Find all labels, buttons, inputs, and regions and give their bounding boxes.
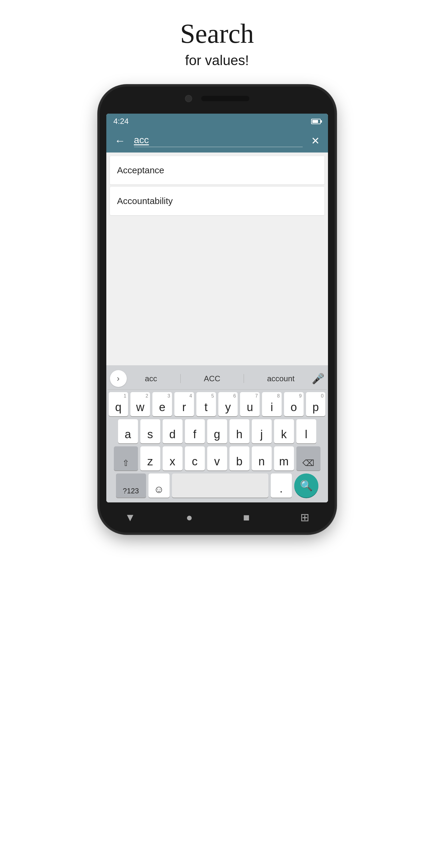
autocomplete-bar: › acc ACC account 🎤 [107, 368, 327, 390]
key-u[interactable]: 7u [240, 392, 260, 416]
key-row-4: ?123 ☺ . 🔍 [109, 473, 326, 498]
key-symbols[interactable]: ?123 [116, 473, 146, 498]
keyboard-rows: 1q 2w 3e 4r 5t 6y 7u 8i 9o 0p [107, 390, 327, 499]
key-o[interactable]: 9o [284, 392, 304, 416]
results-spacer [106, 215, 328, 365]
speaker [201, 96, 249, 101]
key-n[interactable]: n [252, 446, 272, 470]
key-f[interactable]: f [185, 419, 205, 443]
camera [185, 95, 192, 102]
key-x[interactable]: x [163, 446, 182, 470]
key-emoji[interactable]: ☺ [148, 473, 170, 498]
key-s[interactable]: s [140, 419, 160, 443]
back-button[interactable]: ← [112, 133, 128, 148]
suggestion-ACC[interactable]: ACC [198, 374, 227, 383]
key-i[interactable]: 8i [262, 392, 281, 416]
divider-1 [180, 374, 181, 383]
keyboard: › acc ACC account 🎤 [106, 365, 328, 502]
autocomplete-suggestions: acc ACC account [130, 374, 309, 383]
page-subtitle: for values! [180, 52, 254, 68]
key-d[interactable]: d [163, 419, 182, 443]
key-e[interactable]: 3e [153, 392, 172, 416]
key-t[interactable]: 5t [196, 392, 216, 416]
nav-keyboard-icon[interactable]: ⊞ [300, 511, 309, 524]
status-time: 4:24 [113, 117, 129, 126]
search-button[interactable]: 🔍 [294, 473, 319, 498]
key-backspace[interactable]: ⌫ [296, 446, 321, 470]
phone-screen: 4:24 ← acc ✕ Acceptance Accountability [106, 114, 328, 502]
key-m[interactable]: m [274, 446, 294, 470]
suggestion-acc[interactable]: acc [139, 374, 163, 383]
key-l[interactable]: l [296, 419, 316, 443]
nav-back-icon[interactable]: ▼ [125, 511, 136, 524]
battery-icon [311, 119, 321, 124]
nav-recents-icon[interactable]: ■ [243, 511, 250, 524]
close-button[interactable]: ✕ [309, 133, 322, 148]
key-j[interactable]: j [252, 419, 272, 443]
key-space[interactable] [172, 473, 268, 498]
key-row-2: a s d f g h j k l [109, 419, 326, 443]
key-w[interactable]: 2w [130, 392, 150, 416]
search-toolbar: ← acc ✕ [106, 129, 328, 153]
key-r[interactable]: 4r [174, 392, 194, 416]
status-bar: 4:24 [106, 114, 328, 129]
key-row-1: 1q 2w 3e 4r 5t 6y 7u 8i 9o 0p [109, 392, 326, 416]
search-input[interactable]: acc [134, 134, 303, 147]
suggestion-account[interactable]: account [261, 374, 301, 383]
key-v[interactable]: v [207, 446, 227, 470]
phone-frame: 4:24 ← acc ✕ Acceptance Accountability [100, 87, 335, 532]
key-k[interactable]: k [274, 419, 294, 443]
divider-2 [244, 374, 244, 383]
result-item-accountability[interactable]: Accountability [110, 187, 324, 215]
key-shift[interactable]: ⇧ [114, 446, 138, 470]
page-header: Search for values! [180, 18, 254, 68]
result-item-acceptance[interactable]: Acceptance [110, 156, 324, 184]
key-g[interactable]: g [207, 419, 227, 443]
key-period[interactable]: . [271, 473, 292, 498]
results-container: Acceptance Accountability › acc AC [106, 153, 328, 502]
phone-notch [100, 95, 335, 102]
phone-wrapper: 4:24 ← acc ✕ Acceptance Accountability [100, 87, 335, 532]
key-a[interactable]: a [118, 419, 138, 443]
autocomplete-arrow[interactable]: › [110, 370, 127, 387]
key-y[interactable]: 6y [219, 392, 238, 416]
page-title: Search [180, 18, 254, 49]
key-h[interactable]: h [230, 419, 249, 443]
key-row-3: ⇧ z x c v b n m ⌫ [109, 446, 326, 470]
key-q[interactable]: 1q [109, 392, 128, 416]
mic-icon[interactable]: 🎤 [309, 373, 324, 384]
key-c[interactable]: c [185, 446, 205, 470]
nav-home-icon[interactable]: ● [186, 511, 193, 524]
key-b[interactable]: b [230, 446, 249, 470]
key-z[interactable]: z [140, 446, 160, 470]
key-p[interactable]: 0p [306, 392, 326, 416]
nav-bar: ▼ ● ■ ⊞ [100, 502, 335, 532]
